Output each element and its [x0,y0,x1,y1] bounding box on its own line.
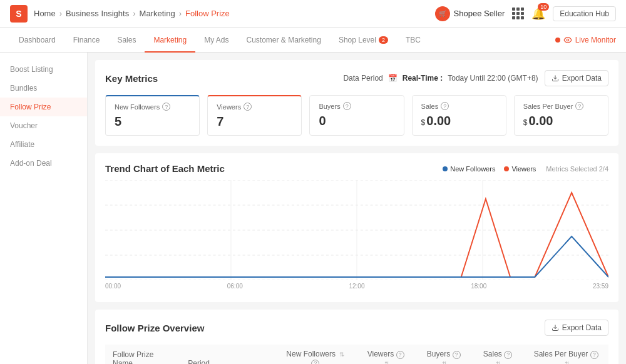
export-data-button[interactable]: Export Data [545,70,608,86]
education-hub-button[interactable]: Education Hub [553,6,616,21]
main-content: Key Metrics Data Period 📅 Real-Time : To… [88,53,626,364]
x-label-2: 12:00 [349,283,364,290]
realtime-label: Real-Time : [403,74,443,83]
sort-icon-b[interactable]: ⇅ [442,360,447,365]
sidebar-item-voucher[interactable]: Voucher [0,116,87,135]
sidebar-item-follow-prize[interactable]: Follow Prize [0,98,87,116]
th-sales: Sales ? ⇅ [472,345,524,364]
chart-title: Trend Chart of Each Metric [105,163,225,174]
metrics-row: New Followers ? 5 Viewers ? 7 Buyers ? [105,95,608,136]
seller-name: Shopee Seller [454,9,505,18]
nav-right: 🛒 Shopee Seller 🔔 10 Education Hub [435,6,616,21]
tab-marketing[interactable]: Marketing [145,28,195,53]
tab-tbc[interactable]: TBC [397,28,429,53]
shopee-logo: S [10,5,28,23]
overview-export-button[interactable]: Export Data [545,320,608,336]
sales-info-icon[interactable]: ? [441,102,449,110]
th-spb: Sales Per Buyer ? ⇅ [523,345,608,364]
sep1: › [59,9,62,18]
notif-badge: 10 [538,3,549,11]
legend-viewers-label: Viewers [511,165,536,173]
breadcrumb-marketing[interactable]: Marketing [140,9,175,18]
data-period-label: Data Period [343,74,382,83]
tab-customer-marketing[interactable]: Customer & Marketing [238,28,330,53]
seller-button[interactable]: 🛒 Shopee Seller [435,6,505,21]
th-new-followers: New Followers ⇅ ? [275,345,356,364]
export-label: Export Data [562,74,602,83]
sort-icon-spb[interactable]: ⇅ [565,360,570,365]
calendar-icon: 📅 [388,74,398,83]
legend-new-followers-label: New Followers [450,165,495,173]
overview-section: Follow Prize Overview Export Data Follow… [95,310,618,364]
sep3: › [179,9,182,18]
legend-new-followers: New Followers [443,165,495,173]
sort-icon-v[interactable]: ⇅ [384,360,389,365]
breadcrumb-current: Follow Prize [185,9,230,18]
x-label-3: 18:00 [471,283,486,290]
sub-nav-tabs: Dashboard Finance Sales Marketing My Ads… [10,28,429,53]
th-sales-info[interactable]: ? [504,351,512,359]
metric-spb-label: Sales Per Buyer ? [523,102,599,110]
shop-level-badge: 2 [379,36,388,44]
overview-title: Follow Prize Overview [105,323,204,333]
x-label-0: 00:00 [105,283,121,290]
sort-icon-nf[interactable]: ⇅ [339,351,344,358]
th-viewers-info[interactable]: ? [396,351,404,359]
overview-export-label: Export Data [562,323,602,332]
metric-new-followers-value: 5 [115,114,190,129]
metric-buyers-value: 0 [319,114,394,128]
chart-header: Trend Chart of Each Metric New Followers… [105,163,608,174]
live-monitor-icon [563,36,572,44]
grid-menu-icon[interactable] [512,8,524,19]
metric-sales: Sales ? $ 0.00 [412,95,506,136]
top-nav: S Home › Business Insights › Marketing ›… [0,0,626,28]
tab-dashboard[interactable]: Dashboard [10,28,64,53]
metric-sales-label: Sales ? [421,102,497,110]
th-buyers-info[interactable]: ? [453,351,461,359]
sidebar-item-affiliate[interactable]: Affiliate [0,135,87,154]
x-label-4: 23:59 [593,283,608,290]
chart-legend: New Followers Viewers [443,165,536,173]
live-monitor-label: Live Monitor [575,36,616,44]
tab-shop-level[interactable]: Shop Level2 [330,28,397,53]
tab-my-ads[interactable]: My Ads [195,28,237,53]
metric-sales-per-buyer: Sales Per Buyer ? $ 0.00 [514,95,608,136]
metric-buyers: Buyers ? 0 [309,95,404,136]
sidebar-item-addon[interactable]: Add-on Deal [0,154,87,173]
main-layout: Boost Listing Bundles Follow Prize Vouch… [0,53,626,364]
sidebar: Boost Listing Bundles Follow Prize Vouch… [0,53,88,364]
metric-spb-value: $ 0.00 [523,114,599,128]
key-metrics-header: Key Metrics Data Period 📅 Real-Time : To… [105,70,608,86]
legend-viewers: Viewers [504,165,536,173]
key-metrics-section: Key Metrics Data Period 📅 Real-Time : To… [95,60,618,146]
th-name: Follow Prize Name [105,345,180,364]
th-buyers: Buyers ? ⇅ [416,345,472,364]
th-spb-info[interactable]: ? [590,351,598,359]
th-nf-info[interactable]: ? [311,360,319,365]
new-followers-info-icon[interactable]: ? [162,103,170,111]
sub-nav: Dashboard Finance Sales Marketing My Ads… [0,28,626,53]
breadcrumb-business[interactable]: Business Insights [66,9,129,18]
sort-icon-s[interactable]: ⇅ [496,360,501,365]
tab-finance[interactable]: Finance [64,28,109,53]
metrics-selected: Metrics Selected 2/4 [546,165,608,173]
breadcrumb-home[interactable]: Home [34,9,56,18]
trend-chart-section: Trend Chart of Each Metric New Followers… [95,153,618,302]
metric-viewers-label: Viewers ? [217,103,292,111]
legend-dot-red [504,166,509,171]
key-metrics-title: Key Metrics [105,73,158,84]
sidebar-item-boost[interactable]: Boost Listing [0,60,87,79]
spb-info-icon[interactable]: ? [575,102,583,110]
chart-svg [105,180,608,280]
sidebar-item-bundles[interactable]: Bundles [0,79,87,98]
metric-new-followers: New Followers ? 5 [105,95,200,136]
metric-viewers: Viewers ? 7 [207,95,302,136]
metric-new-followers-label: New Followers ? [115,103,190,111]
tab-sales[interactable]: Sales [108,28,145,53]
table-header-row: Follow Prize Name Period New Followers ⇅… [105,345,608,364]
buyers-info-icon[interactable]: ? [343,102,351,110]
viewers-info-icon[interactable]: ? [244,103,252,111]
chart-area [105,180,608,280]
notification-button[interactable]: 🔔 10 [531,7,545,21]
live-monitor-button[interactable]: Live Monitor [555,36,616,44]
